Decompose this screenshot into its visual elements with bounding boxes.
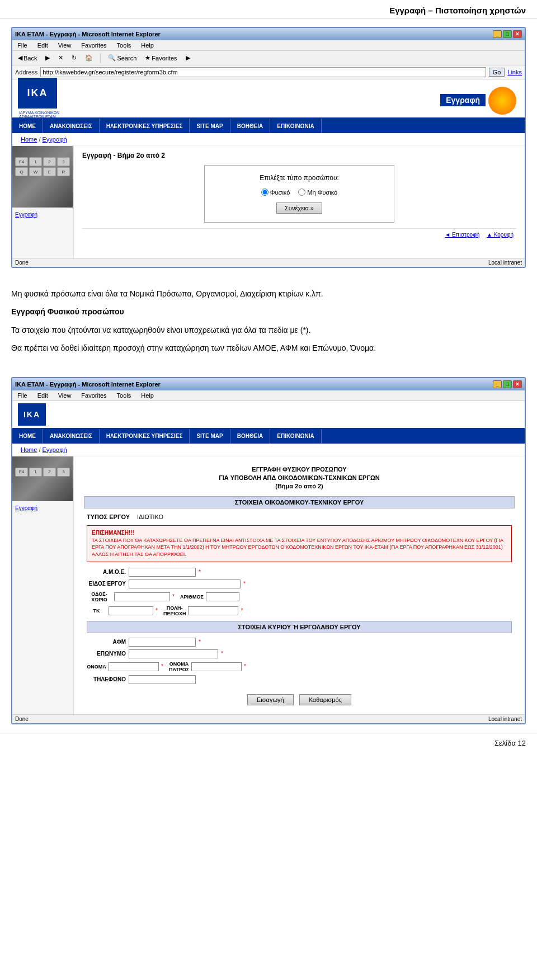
nav-help-1[interactable]: ΒΟΗΘΕΙΑ: [230, 119, 271, 133]
nav-sitemap-2[interactable]: SITE MAP: [190, 429, 230, 444]
status-text-1: Done: [15, 260, 29, 266]
key-5: Q: [15, 167, 28, 176]
breadcrumb-eggrafi-2[interactable]: Εγγραφή: [43, 446, 67, 453]
nav-services-1[interactable]: ΗΛΕΚΤΡΟΝΙΚΕΣ ΥΠΗΡΕΣΙΕΣ: [100, 119, 190, 133]
favorites-button-1[interactable]: ★ Favorites: [142, 53, 180, 63]
nav-sitemap-1[interactable]: SITE MAP: [190, 119, 230, 133]
odos-arithmos-row: ΟΔΟΣ-ΧΩΡΙΟ * ΑΡΙΘΜΟΣ: [87, 591, 512, 602]
radio-fysiko-input-1[interactable]: [261, 189, 268, 196]
nav-home-1[interactable]: HOME: [12, 119, 43, 133]
menu-help-2[interactable]: Help: [139, 392, 156, 399]
sidebar-image-2: F4 1 2 3: [12, 456, 73, 501]
address-input-1[interactable]: [40, 67, 486, 77]
key2-2: 1: [29, 468, 42, 477]
refresh-button-1[interactable]: ↻: [69, 53, 79, 63]
nav-home-2[interactable]: HOME: [12, 429, 43, 444]
minimize-button-1[interactable]: _: [493, 30, 502, 38]
restore-button-1[interactable]: □: [503, 30, 512, 38]
breadcrumb-home-1[interactable]: Home: [21, 136, 37, 143]
stop-icon-1: ✕: [58, 54, 63, 62]
ika-content-1: Εγγραφή - Βήμα 2ο από 2 Επιλέξτε τύπο πρ…: [74, 146, 525, 258]
nav-contact-1[interactable]: ΕΠΙΚΟΙΝΩΝΙΑ: [270, 119, 321, 133]
afm-label: ΑΦΜ: [87, 639, 126, 645]
onoma-row: ΟΝΟΜΑ * ΟΝΟΜΑΠΑΤΡΟΣ *: [87, 661, 512, 672]
sidebar-eggrafi-link-1[interactable]: Εγγραφή: [15, 210, 70, 219]
browser-statusbar-2: Done Local intranet: [12, 714, 525, 723]
nav-services-2[interactable]: ΗΛΕΚΤΡΟΝΙΚΕΣ ΥΠΗΡΕΣΙΕΣ: [100, 429, 190, 444]
eidoseργου-input[interactable]: [129, 579, 241, 588]
eponymo-row: ΕΠΩΝΥΜΟ *: [87, 649, 512, 658]
menu-tools-2[interactable]: Tools: [115, 392, 134, 399]
menu-help-1[interactable]: Help: [139, 41, 156, 49]
close-button-2[interactable]: ✕: [513, 380, 522, 388]
key2-4: 3: [57, 468, 70, 477]
menu-edit-2[interactable]: Edit: [35, 392, 50, 399]
ika-logo-area-1: ΙΚΑ ΙΔΡΥΜΑ ΚΟΙΝΩΝΙΚΩΝ ΑΣΦΑΛΙΣΕΩΝ ΕΤΑΜ: [12, 79, 91, 117]
menu-file-2[interactable]: File: [15, 392, 30, 399]
links-label-1[interactable]: Links: [507, 69, 522, 76]
key-6: W: [29, 167, 42, 176]
menu-edit-1[interactable]: Edit: [35, 41, 50, 49]
nav-contact-2[interactable]: ΕΠΙΚΟΙΝΩΝΙΑ: [270, 429, 321, 444]
content-footer-1: ◄ Επιστροφή ▲ Κορυφή: [82, 228, 516, 241]
nav-announcements-2[interactable]: ΑΝΑΚΟΙΝΩΣΕΙΣ: [43, 429, 100, 444]
close-button-1[interactable]: ✕: [513, 30, 522, 38]
poli-input[interactable]: [188, 606, 238, 615]
ika-main-1: F4 1 2 3 Q W E R Εγγραφή Εγγραφή - Βήμ: [12, 146, 525, 258]
nav-announcements-1[interactable]: ΑΝΑΚΟΙΝΩΣΕΙΣ: [43, 119, 100, 133]
synexeia-button-1[interactable]: Συνέχεια »: [276, 202, 322, 214]
arithmos-label: ΑΡΙΘΜΟΣ: [180, 594, 204, 600]
onoma-patros-input[interactable]: [191, 662, 242, 671]
eisagogi-button[interactable]: Εισαγωγή: [247, 694, 294, 705]
menu-tools-1[interactable]: Tools: [115, 41, 134, 49]
radio-mifysiko-input-1[interactable]: [298, 189, 305, 196]
search-button-1[interactable]: 🔍 Search: [105, 53, 139, 63]
eponymo-label: ΕΠΩΝΥΜΟ: [87, 651, 126, 657]
warning-box: ΕΠΙΣΗΜΑΝΣΗ!!! ΤΑ ΣΤΟΙΧΕΙΑ ΠΟΥ ΘΑ ΚΑΤΑΧΩΡ…: [87, 525, 512, 562]
sidebar-eggrafi-link-2[interactable]: Εγγραφή: [15, 504, 70, 512]
onoma-input[interactable]: [109, 662, 159, 671]
menu-view-2[interactable]: View: [56, 392, 74, 399]
arithmos-input[interactable]: [206, 592, 239, 601]
browser-window-2: IKA ETAM - Εγγραφή - Microsoft Internet …: [11, 377, 526, 724]
radio-fysiko-1[interactable]: Φυσικό: [261, 189, 290, 196]
sidebar-image-1: F4 1 2 3 Q W E R: [12, 146, 73, 208]
stop-button-1[interactable]: ✕: [55, 53, 66, 63]
status-text-2: Done: [15, 716, 29, 722]
amoe-input[interactable]: [129, 568, 196, 577]
minimize-button-2[interactable]: _: [493, 380, 502, 388]
tilefono-input[interactable]: [129, 675, 196, 684]
tk-required: *: [156, 607, 158, 614]
eponymo-input[interactable]: [129, 649, 218, 658]
breadcrumb-home-2[interactable]: Home: [21, 446, 37, 453]
back-button-1[interactable]: ◀ Back: [15, 53, 40, 63]
type-row: ΤΥΠΟΣ ΕΡΓΟΥ ΙΔΙΩΤΙΚΟ: [78, 511, 520, 522]
katharismoi-button[interactable]: Καθαρισμός: [299, 694, 351, 705]
media-button-1[interactable]: ▶: [183, 53, 193, 63]
breadcrumb-eggrafi-1[interactable]: Εγγραφή: [43, 136, 67, 143]
page-title: Εγγραφή – Πιστοποίηση χρηστών: [389, 6, 526, 15]
breadcrumb-2: Home / Εγγραφή: [12, 444, 525, 456]
eidoseργου-row: ΕΙΔΟΣ ΕΡΓΟΥ *: [87, 579, 512, 588]
odos-input[interactable]: [114, 592, 170, 601]
tk-input[interactable]: [109, 606, 153, 615]
onoma-patros-label: ΟΝΟΜΑΠΑΤΡΟΣ: [169, 661, 189, 672]
menu-view-1[interactable]: View: [56, 41, 74, 49]
radio-mifysiko-1[interactable]: Μη Φυσικό: [298, 189, 337, 196]
eggrafi-banner-1: Εγγραφή: [440, 94, 486, 106]
nav-help-2[interactable]: ΒΟΗΘΕΙΑ: [230, 429, 271, 444]
restore-button-2[interactable]: □: [503, 380, 512, 388]
epistrofi-link-1[interactable]: ◄ Επιστροφή: [445, 232, 479, 238]
menu-favorites-2[interactable]: Favorites: [79, 392, 109, 399]
menu-file-1[interactable]: File: [15, 41, 30, 49]
go-button-1[interactable]: Go: [489, 68, 505, 77]
text-heading: Εγγραφή Φυσικού προσώπου: [11, 305, 526, 318]
koryfi-link-1[interactable]: ▲ Κορυφή: [487, 232, 514, 238]
afm-input[interactable]: [129, 638, 196, 647]
radio-mifysiko-label-1: Μη Φυσικό: [307, 189, 337, 196]
ika-sidebar-2: F4 1 2 3 Εγγραφή: [12, 456, 74, 714]
forward-button-1[interactable]: ▶: [43, 53, 53, 63]
menu-favorites-1[interactable]: Favorites: [79, 41, 109, 49]
home-button-1[interactable]: 🏠: [82, 53, 96, 63]
ika-tagline-1: ΙΔΡΥΜΑ ΚΟΙΝΩΝΙΚΩΝ ΑΣΦΑΛΙΣΕΩΝ ΕΤΑΜ: [18, 110, 85, 120]
